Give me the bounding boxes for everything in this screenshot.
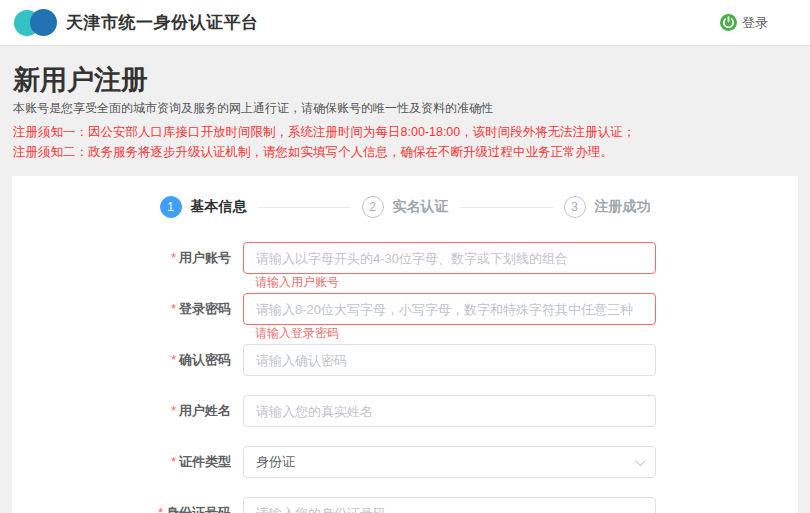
username-label-text: 用户账号 [179, 250, 231, 265]
password-label-text: 登录密码 [179, 301, 231, 316]
intro-section: 新用户注册 本账号是您享受全面的城市资询及服务的网上通行证，请确保账号的唯一性及… [0, 46, 810, 162]
notice-line-2: 注册须知二：政务服务将逐步升级认证机制，请您如实填写个人信息，确保在不断升级过程… [13, 142, 796, 162]
page-title: 新用户注册 [13, 63, 796, 97]
stepper: 1 基本信息 2 实名认证 3 注册成功 [12, 196, 798, 218]
power-icon [720, 14, 737, 31]
form-row-username: *用户账号 请输入用户账号 [12, 242, 798, 274]
real-name-label: *用户姓名 [12, 402, 243, 420]
username-error: 请输入用户账号 [255, 275, 339, 289]
registration-card: 1 基本信息 2 实名认证 3 注册成功 *用户账号 请输入用户账号 *登录密码 [12, 176, 798, 513]
form-row-password: *登录密码 请输入登录密码 [12, 293, 798, 325]
id-number-input[interactable] [243, 497, 656, 513]
step-connector [258, 207, 351, 208]
step-2-circle: 2 [362, 196, 384, 218]
id-type-selected-value: 身份证 [256, 453, 295, 471]
step-basic-info: 1 基本信息 [160, 196, 247, 218]
id-type-label: *证件类型 [12, 453, 243, 471]
password-input[interactable] [243, 293, 656, 325]
password-label: *登录密码 [12, 300, 243, 318]
required-marker: * [171, 301, 176, 316]
form-row-id-number: *身份证号码 [12, 497, 798, 513]
real-name-input[interactable] [243, 395, 656, 427]
id-type-select[interactable]: 身份证 [243, 446, 656, 478]
chevron-down-icon [635, 455, 646, 466]
form-row-confirm-password: *确认密码 [12, 344, 798, 376]
required-marker: * [171, 352, 176, 367]
step-1-label: 基本信息 [191, 198, 247, 216]
logo-blue-circle-icon [30, 9, 57, 36]
platform-logo-icon [14, 9, 57, 36]
page-description: 本账号是您享受全面的城市资询及服务的网上通行证，请确保账号的唯一性及资料的准确性 [13, 101, 796, 115]
id-type-label-text: 证件类型 [179, 454, 231, 469]
step-1-circle: 1 [160, 196, 182, 218]
password-error: 请输入登录密码 [255, 326, 339, 340]
step-3-label: 注册成功 [595, 198, 651, 216]
login-button[interactable]: 登录 [720, 14, 768, 32]
id-number-label: *身份证号码 [12, 504, 243, 513]
login-label: 登录 [742, 14, 768, 32]
required-marker: * [171, 403, 176, 418]
id-number-label-text: 身份证号码 [166, 505, 231, 513]
form-row-real-name: *用户姓名 [12, 395, 798, 427]
confirm-password-label-text: 确认密码 [179, 352, 231, 367]
required-marker: * [171, 454, 176, 469]
username-label: *用户账号 [12, 249, 243, 267]
step-connector [460, 207, 553, 208]
form-row-id-type: *证件类型 身份证 [12, 446, 798, 478]
step-register-success: 3 注册成功 [564, 196, 651, 218]
real-name-label-text: 用户姓名 [179, 403, 231, 418]
username-input[interactable] [243, 242, 656, 274]
header: 天津市统一身份认证平台 登录 [0, 0, 810, 46]
required-marker: * [171, 250, 176, 265]
step-2-label: 实名认证 [393, 198, 449, 216]
confirm-password-label: *确认密码 [12, 351, 243, 369]
notice-line-1: 注册须知一：因公安部人口库接口开放时间限制，系统注册时间为每日8:00-18:0… [13, 122, 796, 142]
registration-form: *用户账号 请输入用户账号 *登录密码 请输入登录密码 *确认密码 *用户姓名 [12, 242, 798, 513]
required-marker: * [158, 505, 163, 513]
step-3-circle: 3 [564, 196, 586, 218]
platform-title: 天津市统一身份认证平台 [66, 11, 259, 34]
step-real-name-auth: 2 实名认证 [362, 196, 449, 218]
confirm-password-input[interactable] [243, 344, 656, 376]
